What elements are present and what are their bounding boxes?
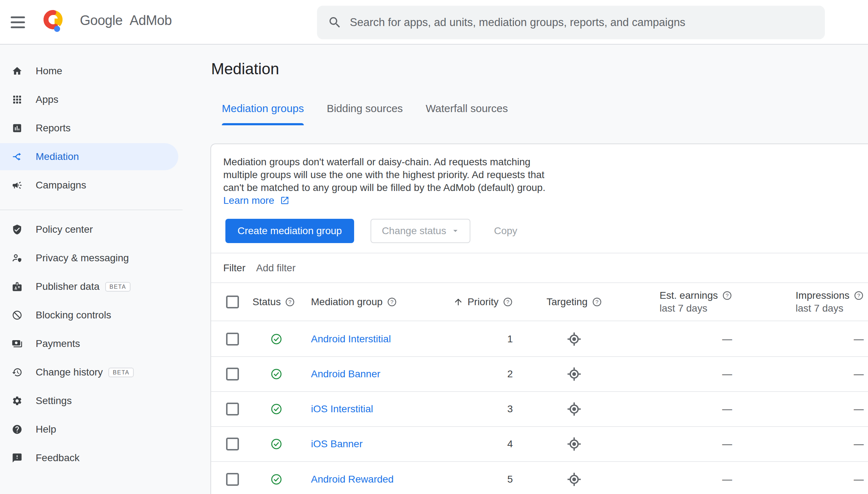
row-checkbox[interactable] — [226, 438, 239, 450]
logo-brand: Google — [80, 13, 123, 28]
search-icon — [328, 15, 342, 30]
sidebar-item-label: Blocking controls — [36, 309, 111, 321]
sidebar-item-reports[interactable]: Reports — [0, 114, 178, 142]
mediation-group-link[interactable]: Android Banner — [307, 368, 443, 380]
column-status: Status — [252, 296, 281, 308]
sidebar-item-label: Policy center — [36, 224, 93, 235]
priority-value: 2 — [443, 368, 516, 380]
id-badge-icon — [12, 281, 22, 292]
earnings-value: — — [632, 368, 737, 380]
beta-badge: BETA — [108, 368, 134, 377]
sidebar-item-label: Mediation — [36, 151, 79, 162]
column-targeting: Targeting — [546, 296, 587, 308]
change-status-button[interactable]: Change status — [371, 219, 471, 243]
sidebar-item-payments[interactable]: Payments — [0, 329, 178, 358]
help-icon[interactable] — [722, 291, 732, 301]
external-link-icon — [280, 196, 290, 205]
chevron-down-icon — [450, 226, 460, 236]
mediation-group-link[interactable]: Android Interstitial — [307, 333, 443, 345]
impressions-value: — — [737, 438, 868, 450]
sidebar-item-label: Feedback — [36, 452, 80, 464]
impressions-value: — — [737, 403, 868, 415]
payments-icon — [12, 338, 22, 349]
priority-value: 3 — [443, 403, 516, 415]
help-circle-icon — [12, 424, 22, 435]
copy-button[interactable]: Copy — [485, 219, 526, 243]
reports-chart-icon — [12, 123, 22, 133]
sidebar-item-publisher-data[interactable]: Publisher dataBETA — [0, 272, 178, 301]
help-icon[interactable] — [387, 297, 397, 307]
sidebar-item-label: Privacy & messaging — [36, 252, 129, 264]
targeting-icon[interactable] — [567, 402, 582, 417]
column-est-earnings-sub: last 7 days — [660, 303, 732, 314]
sidebar-item-label: Campaigns — [36, 180, 86, 191]
page-title: Mediation — [211, 60, 279, 78]
help-icon[interactable] — [854, 291, 864, 301]
earnings-value: — — [632, 403, 737, 415]
mediation-group-link[interactable]: iOS Interstitial — [307, 403, 443, 415]
sidebar-item-label: Help — [36, 424, 56, 435]
mediation-group-link[interactable]: iOS Banner — [307, 438, 443, 450]
status-active-icon — [270, 403, 282, 415]
sidebar-item-mediation[interactable]: Mediation — [0, 143, 178, 170]
table-body: Android Interstitial 1 — — Android Banne… — [211, 322, 868, 494]
targeting-icon[interactable] — [567, 437, 582, 452]
sidebar-item-label: Change historyBETA — [36, 367, 134, 378]
search-input[interactable] — [350, 12, 825, 33]
create-mediation-group-button[interactable]: Create mediation group — [225, 219, 354, 243]
table-row: Android Banner 2 — — — [211, 357, 868, 392]
sidebar-item-campaigns[interactable]: Campaigns — [0, 171, 178, 200]
learn-more-link[interactable]: Learn more — [223, 195, 274, 206]
sidebar-item-blocking-controls[interactable]: Blocking controls — [0, 301, 178, 329]
sort-ascending-icon[interactable] — [453, 297, 463, 307]
add-filter-button[interactable]: Add filter — [256, 262, 296, 274]
sidebar-item-label: Apps — [36, 94, 58, 105]
row-checkbox[interactable] — [226, 473, 239, 486]
apps-grid-icon — [12, 94, 22, 105]
status-active-icon — [270, 368, 282, 380]
sidebar-item-policy-center[interactable]: Policy center — [0, 215, 178, 244]
person-shield-icon — [12, 253, 22, 263]
table-row: Android Interstitial 1 — — — [211, 322, 868, 357]
mediation-group-link[interactable]: Android Rewarded — [307, 474, 443, 485]
row-checkbox[interactable] — [226, 403, 239, 415]
search-bar[interactable] — [317, 6, 825, 39]
sidebar-item-feedback[interactable]: Feedback — [0, 444, 178, 472]
logo-wordmark: Google AdMob — [80, 13, 172, 28]
column-priority: Priority — [468, 296, 499, 308]
targeting-icon[interactable] — [567, 332, 582, 347]
sidebar-item-settings[interactable]: Settings — [0, 387, 178, 415]
description-text: Mediation groups don't waterfall or dais… — [223, 156, 545, 193]
sidebar-item-help[interactable]: Help — [0, 415, 178, 444]
targeting-icon[interactable] — [567, 367, 582, 382]
sidebar-nav: Home Apps Reports Mediation Campaigns Po… — [0, 45, 183, 494]
shield-check-icon — [12, 224, 22, 235]
tab-bidding-sources[interactable]: Bidding sources — [327, 102, 403, 125]
sidebar-item-label: Publisher dataBETA — [36, 281, 131, 292]
filter-row: Filter Add filter — [223, 253, 296, 282]
actions-toolbar: Create mediation group Change status Cop… — [225, 219, 526, 243]
logo-product: AdMob — [130, 13, 172, 28]
sidebar-item-apps[interactable]: Apps — [0, 85, 178, 114]
targeting-icon[interactable] — [567, 472, 582, 487]
megaphone-icon — [12, 180, 22, 191]
mediation-groups-card: Mediation groups don't waterfall or dais… — [210, 143, 868, 494]
help-icon[interactable] — [503, 297, 513, 307]
tab-mediation-groups[interactable]: Mediation groups — [222, 102, 304, 125]
beta-badge: BETA — [105, 282, 131, 292]
sidebar-item-privacy-messaging[interactable]: Privacy & messaging — [0, 244, 178, 272]
select-all-checkbox[interactable] — [226, 296, 239, 308]
hamburger-menu-icon[interactable] — [11, 14, 28, 31]
column-est-earnings: Est. earnings — [660, 290, 718, 301]
sidebar-item-home[interactable]: Home — [0, 57, 178, 85]
row-checkbox[interactable] — [226, 368, 239, 380]
help-icon[interactable] — [592, 297, 602, 307]
table-row: iOS Interstitial 3 — — — [211, 392, 868, 427]
tab-waterfall-sources[interactable]: Waterfall sources — [426, 102, 508, 125]
row-checkbox[interactable] — [226, 333, 239, 346]
sidebar-item-label: Home — [36, 65, 62, 77]
sidebar-item-change-history[interactable]: Change historyBETA — [0, 358, 178, 387]
section-divider — [211, 253, 868, 253]
status-active-icon — [270, 333, 282, 345]
help-icon[interactable] — [285, 297, 295, 307]
